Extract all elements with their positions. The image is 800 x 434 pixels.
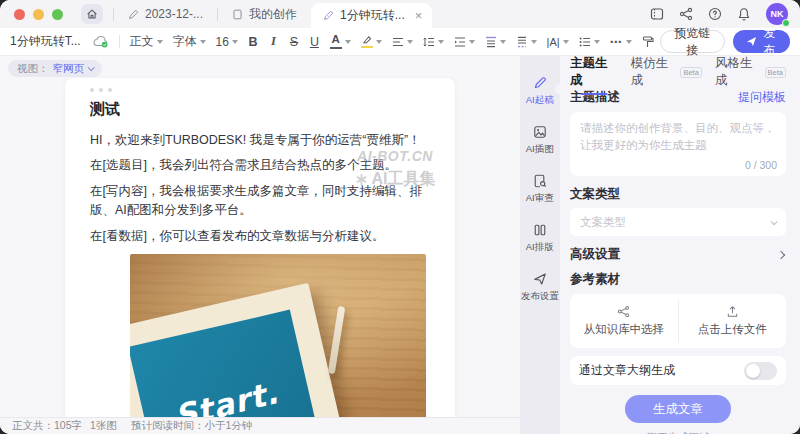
indent-button[interactable] bbox=[450, 31, 479, 53]
tab-my-creations[interactable]: 我的创作 bbox=[218, 0, 311, 28]
more-dots: ⋯ bbox=[610, 35, 623, 49]
tab-imitation-generation[interactable]: 模仿生成 Beta bbox=[631, 56, 702, 89]
spacing-above-button[interactable] bbox=[481, 31, 510, 53]
document-paragraph: 在[看数据]，你可以查看发布的文章数据与分析建议。 bbox=[90, 227, 430, 246]
document-title: 1分钟玩转T... bbox=[10, 33, 81, 50]
outline-toggle-label: 通过文章大纲生成 bbox=[579, 362, 675, 379]
tab-label: 主题生成 bbox=[570, 56, 618, 89]
sidebar-layout-icon[interactable] bbox=[650, 7, 664, 21]
help-icon[interactable] bbox=[708, 7, 722, 21]
chevron-down-icon bbox=[771, 218, 778, 225]
titlebar-spacer bbox=[432, 0, 650, 28]
sidetab-ai-draft[interactable]: AI起稿 bbox=[520, 70, 560, 113]
pen-icon bbox=[533, 76, 546, 89]
preview-link-button[interactable]: 预览链接 bbox=[660, 30, 725, 53]
char-counter: 0 / 300 bbox=[745, 159, 777, 171]
ai-side-tabs: AI起稿 AI插图 AI审查 AI排版 bbox=[520, 56, 560, 434]
document-search-icon bbox=[533, 174, 546, 187]
document-paragraph: 在[选题目]，我会列出符合需求且结合热点的多个主题。 bbox=[90, 156, 430, 175]
tab-style-generation[interactable]: 风格生成 Beta bbox=[715, 56, 786, 89]
more-tools-button[interactable]: ⋯ bbox=[606, 31, 636, 53]
chevron-down-icon bbox=[438, 40, 444, 44]
paper-plane-icon bbox=[533, 272, 546, 285]
zoom-window-button[interactable] bbox=[52, 9, 63, 20]
divider bbox=[119, 35, 120, 48]
document-canvas[interactable]: 测试 HI，欢迎来到TURBODESK! 我是专属于你的运营“贾维斯”！ 在[选… bbox=[65, 78, 455, 434]
home-button[interactable] bbox=[81, 4, 103, 24]
topic-description-input[interactable] bbox=[570, 112, 786, 156]
spacing-below-button[interactable] bbox=[512, 31, 541, 53]
toolbar-actions: 预览链接 发布 bbox=[660, 30, 790, 53]
bold-button[interactable]: B bbox=[244, 31, 262, 53]
tab-label: 我的创作 bbox=[249, 6, 297, 23]
generation-tabs: 主题生成 模仿生成 Beta 风格生成 Beta bbox=[570, 62, 786, 82]
question-template-link[interactable]: 提问模板 bbox=[738, 89, 786, 106]
document-paragraph: HI，欢迎来到TURBODESK! 我是专属于你的运营“贾维斯”！ bbox=[90, 131, 430, 150]
chevron-down-icon bbox=[157, 40, 163, 44]
paragraph-style-select[interactable]: 正文 bbox=[126, 31, 167, 53]
sidetab-label: AI起稿 bbox=[526, 93, 554, 106]
strikethrough-button[interactable]: S bbox=[285, 31, 303, 53]
app-window: 2023-12-... 我的创作 1分钟玩转... × bbox=[0, 0, 800, 434]
image-icon bbox=[533, 125, 546, 138]
share-icon[interactable] bbox=[679, 7, 693, 21]
list-button[interactable] bbox=[575, 31, 604, 53]
cloud-saved-icon bbox=[89, 31, 113, 53]
align-button[interactable] bbox=[388, 31, 417, 53]
tab-current-doc[interactable]: 1分钟玩转... × bbox=[311, 3, 432, 28]
chevron-down-icon bbox=[563, 40, 569, 44]
word-count: 正文共：105字 bbox=[12, 419, 82, 433]
tab-recent-doc[interactable]: 2023-12-... bbox=[114, 0, 217, 28]
chevron-down-icon bbox=[469, 40, 475, 44]
ai-tool-label: |A| bbox=[547, 36, 560, 48]
chevron-down-icon bbox=[232, 40, 238, 44]
select-from-knowledge-base-button[interactable]: 从知识库中选择 bbox=[570, 294, 678, 348]
publish-button[interactable]: 发布 bbox=[733, 30, 790, 53]
avatar[interactable]: NK bbox=[766, 3, 788, 25]
tab-topic-generation[interactable]: 主题生成 bbox=[570, 56, 618, 89]
sidetab-ai-illustration[interactable]: AI插图 bbox=[520, 119, 560, 162]
read-time: 预计阅读时间：小于1分钟 bbox=[131, 419, 252, 433]
upload-file-button[interactable]: 点击上传文件 bbox=[679, 294, 787, 348]
sidetab-ai-layout[interactable]: AI排版 bbox=[520, 217, 560, 260]
card-dots-decoration bbox=[90, 86, 430, 92]
advanced-settings-label: 高级设置 bbox=[570, 246, 620, 263]
font-color-button[interactable]: A bbox=[326, 31, 355, 53]
chevron-down-icon bbox=[345, 40, 351, 44]
italic-button[interactable]: I bbox=[264, 31, 282, 53]
knowledge-base-icon bbox=[617, 305, 630, 318]
chevron-down-icon bbox=[88, 64, 95, 71]
copy-type-select[interactable]: 文案类型 bbox=[570, 208, 786, 236]
format-painter-button[interactable] bbox=[638, 31, 658, 53]
line-height-button[interactable] bbox=[419, 31, 448, 53]
bell-icon[interactable] bbox=[737, 7, 751, 21]
copy-type-label: 文案类型 bbox=[570, 186, 786, 203]
editor-area: 视图： 窄网页 测试 HI，欢迎来到TURBODESK! 我是专属于你的运营“贾… bbox=[0, 56, 520, 434]
ai-text-tool-button[interactable]: |A| bbox=[543, 31, 573, 53]
sidetab-label: AI审查 bbox=[526, 191, 554, 204]
chevron-down-icon bbox=[626, 40, 632, 44]
close-window-button[interactable] bbox=[14, 9, 25, 20]
ai-draft-panel: 主题生成 模仿生成 Beta 风格生成 Beta 主题描述 提问模板 0 / 3… bbox=[560, 56, 800, 434]
highlight-color-button[interactable] bbox=[357, 31, 386, 53]
generate-article-button[interactable]: 生成文章 bbox=[625, 395, 731, 423]
underline-button[interactable]: U bbox=[305, 31, 323, 53]
sidetab-ai-review[interactable]: AI审查 bbox=[520, 168, 560, 211]
outline-toggle[interactable] bbox=[744, 362, 777, 380]
font-family-select[interactable]: 字体 bbox=[169, 31, 210, 53]
tab-label: 模仿生成 bbox=[631, 56, 678, 89]
close-tab-icon[interactable]: × bbox=[415, 9, 423, 22]
tab-label: 2023-12-... bbox=[145, 7, 203, 21]
sidetab-publish-settings[interactable]: 发布设置 bbox=[520, 266, 560, 309]
photo-card-inner: Start. bbox=[130, 309, 325, 434]
chevron-down-icon bbox=[594, 40, 600, 44]
inline-image[interactable]: Start. bbox=[130, 254, 426, 434]
style-value: 正文 bbox=[130, 33, 154, 50]
sidetab-label: AI插图 bbox=[526, 142, 554, 155]
view-mode-select[interactable]: 视图： 窄网页 bbox=[8, 60, 102, 77]
copy-type-placeholder: 文案类型 bbox=[580, 215, 626, 230]
font-size-select[interactable]: 16 bbox=[212, 31, 242, 53]
upload-icon bbox=[726, 305, 739, 318]
advanced-settings-row[interactable]: 高级设置 bbox=[570, 246, 786, 263]
minimize-window-button[interactable] bbox=[33, 9, 44, 20]
